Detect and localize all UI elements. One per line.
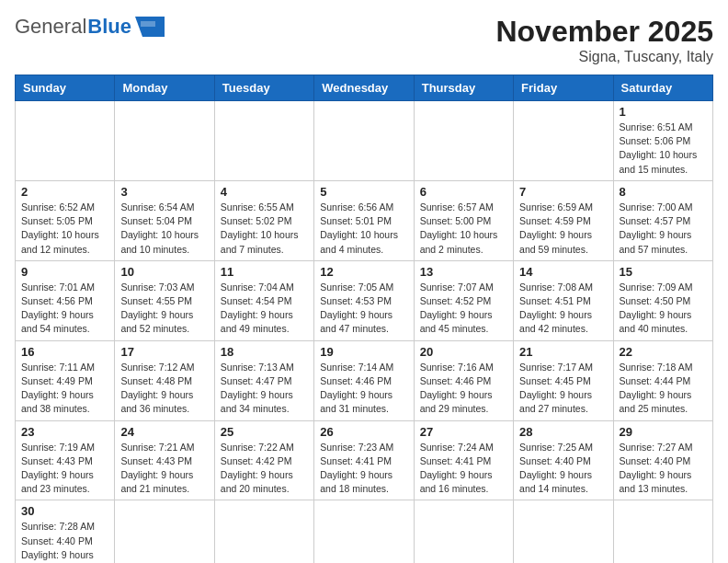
day-info: Sunrise: 6:59 AM Sunset: 4:59 PM Dayligh… [519, 201, 607, 257]
day-number: 8 [620, 185, 707, 199]
day-info: Sunrise: 7:13 AM Sunset: 4:47 PM Dayligh… [221, 361, 308, 417]
weekday-header: Thursday [414, 75, 513, 101]
calendar-cell [16, 101, 115, 181]
calendar-cell: 20Sunrise: 7:16 AM Sunset: 4:46 PM Dayli… [414, 340, 513, 420]
day-info: Sunrise: 7:24 AM Sunset: 4:41 PM Dayligh… [420, 441, 507, 497]
calendar-cell [214, 101, 313, 181]
logo: General Blue [15, 15, 165, 39]
day-number: 13 [420, 265, 507, 279]
day-number: 14 [519, 265, 607, 279]
calendar-table: SundayMondayTuesdayWednesdayThursdayFrid… [15, 75, 713, 563]
calendar-cell: 22Sunrise: 7:18 AM Sunset: 4:44 PM Dayli… [613, 340, 712, 420]
calendar-cell: 27Sunrise: 7:24 AM Sunset: 4:41 PM Dayli… [414, 420, 513, 500]
weekday-header: Saturday [613, 75, 712, 101]
calendar-week-row: 16Sunrise: 7:11 AM Sunset: 4:49 PM Dayli… [16, 340, 713, 420]
calendar-cell: 18Sunrise: 7:13 AM Sunset: 4:47 PM Dayli… [214, 340, 313, 420]
day-info: Sunrise: 7:01 AM Sunset: 4:56 PM Dayligh… [21, 281, 108, 337]
calendar-cell: 1Sunrise: 6:51 AM Sunset: 5:06 PM Daylig… [613, 101, 712, 181]
day-number: 25 [221, 425, 308, 439]
page-header: General Blue November 2025 Signa, Tuscan… [15, 15, 713, 65]
day-info: Sunrise: 7:18 AM Sunset: 4:44 PM Dayligh… [620, 361, 707, 417]
calendar-cell: 29Sunrise: 7:27 AM Sunset: 4:40 PM Dayli… [613, 420, 712, 500]
day-number: 2 [21, 185, 108, 199]
day-number: 9 [21, 265, 108, 279]
day-number: 17 [120, 345, 208, 359]
day-info: Sunrise: 7:28 AM Sunset: 4:40 PM Dayligh… [21, 520, 108, 563]
day-number: 30 [21, 504, 108, 518]
calendar-week-row: 30Sunrise: 7:28 AM Sunset: 4:40 PM Dayli… [16, 500, 713, 563]
day-number: 20 [420, 345, 507, 359]
calendar-cell: 15Sunrise: 7:09 AM Sunset: 4:50 PM Dayli… [613, 260, 712, 340]
calendar-cell: 26Sunrise: 7:23 AM Sunset: 4:41 PM Dayli… [314, 420, 414, 500]
calendar-cell: 14Sunrise: 7:08 AM Sunset: 4:51 PM Dayli… [514, 260, 613, 340]
calendar-cell [314, 101, 414, 181]
calendar-cell: 6Sunrise: 6:57 AM Sunset: 5:00 PM Daylig… [414, 180, 513, 260]
calendar-cell: 13Sunrise: 7:07 AM Sunset: 4:52 PM Dayli… [414, 260, 513, 340]
day-number: 6 [420, 185, 507, 199]
day-info: Sunrise: 7:11 AM Sunset: 4:49 PM Dayligh… [21, 361, 108, 417]
weekday-header: Sunday [16, 75, 115, 101]
calendar-week-row: 2Sunrise: 6:52 AM Sunset: 5:05 PM Daylig… [16, 180, 713, 260]
calendar-cell: 30Sunrise: 7:28 AM Sunset: 4:40 PM Dayli… [16, 500, 115, 563]
calendar-cell [115, 500, 214, 563]
calendar-cell: 9Sunrise: 7:01 AM Sunset: 4:56 PM Daylig… [16, 260, 115, 340]
day-info: Sunrise: 7:19 AM Sunset: 4:43 PM Dayligh… [21, 441, 108, 497]
calendar-cell [514, 500, 613, 563]
calendar-cell: 16Sunrise: 7:11 AM Sunset: 4:49 PM Dayli… [16, 340, 115, 420]
day-number: 21 [519, 345, 607, 359]
day-number: 27 [420, 425, 507, 439]
calendar-cell: 8Sunrise: 7:00 AM Sunset: 4:57 PM Daylig… [613, 180, 712, 260]
logo-general: General [15, 15, 86, 39]
calendar-cell: 5Sunrise: 6:56 AM Sunset: 5:01 PM Daylig… [314, 180, 414, 260]
day-info: Sunrise: 6:57 AM Sunset: 5:00 PM Dayligh… [420, 201, 507, 257]
calendar-cell [514, 101, 613, 181]
day-info: Sunrise: 7:23 AM Sunset: 4:41 PM Dayligh… [320, 441, 407, 497]
day-number: 4 [221, 185, 308, 199]
day-info: Sunrise: 7:00 AM Sunset: 4:57 PM Dayligh… [620, 201, 707, 257]
day-info: Sunrise: 7:04 AM Sunset: 4:54 PM Dayligh… [221, 281, 308, 337]
title-block: November 2025 Signa, Tuscany, Italy [495, 15, 713, 65]
calendar-cell: 3Sunrise: 6:54 AM Sunset: 5:04 PM Daylig… [115, 180, 214, 260]
svg-marker-1 [141, 21, 155, 27]
calendar-cell: 2Sunrise: 6:52 AM Sunset: 5:05 PM Daylig… [16, 180, 115, 260]
day-info: Sunrise: 7:21 AM Sunset: 4:43 PM Dayligh… [120, 441, 208, 497]
day-info: Sunrise: 7:09 AM Sunset: 4:50 PM Dayligh… [620, 281, 707, 337]
day-info: Sunrise: 7:05 AM Sunset: 4:53 PM Dayligh… [320, 281, 407, 337]
calendar-cell [314, 500, 414, 563]
calendar-cell [613, 500, 712, 563]
day-number: 28 [519, 425, 607, 439]
calendar-cell: 24Sunrise: 7:21 AM Sunset: 4:43 PM Dayli… [115, 420, 214, 500]
day-number: 29 [620, 425, 707, 439]
day-info: Sunrise: 6:56 AM Sunset: 5:01 PM Dayligh… [320, 201, 407, 257]
day-info: Sunrise: 6:54 AM Sunset: 5:04 PM Dayligh… [120, 201, 208, 257]
day-number: 5 [320, 185, 407, 199]
calendar-cell: 19Sunrise: 7:14 AM Sunset: 4:46 PM Dayli… [314, 340, 414, 420]
logo-icon [135, 17, 165, 37]
calendar-cell: 7Sunrise: 6:59 AM Sunset: 4:59 PM Daylig… [514, 180, 613, 260]
calendar-cell: 10Sunrise: 7:03 AM Sunset: 4:55 PM Dayli… [115, 260, 214, 340]
day-info: Sunrise: 7:25 AM Sunset: 4:40 PM Dayligh… [519, 441, 607, 497]
calendar-cell: 28Sunrise: 7:25 AM Sunset: 4:40 PM Dayli… [514, 420, 613, 500]
day-info: Sunrise: 7:12 AM Sunset: 4:48 PM Dayligh… [120, 361, 208, 417]
calendar-header-row: SundayMondayTuesdayWednesdayThursdayFrid… [16, 75, 713, 101]
day-info: Sunrise: 7:03 AM Sunset: 4:55 PM Dayligh… [120, 281, 208, 337]
day-number: 12 [320, 265, 407, 279]
page-title: November 2025 [495, 15, 713, 49]
calendar-cell [214, 500, 313, 563]
day-number: 7 [519, 185, 607, 199]
day-info: Sunrise: 6:51 AM Sunset: 5:06 PM Dayligh… [620, 121, 707, 177]
calendar-week-row: 23Sunrise: 7:19 AM Sunset: 4:43 PM Dayli… [16, 420, 713, 500]
day-info: Sunrise: 7:22 AM Sunset: 4:42 PM Dayligh… [221, 441, 308, 497]
calendar-cell: 25Sunrise: 7:22 AM Sunset: 4:42 PM Dayli… [214, 420, 313, 500]
calendar-cell [414, 101, 513, 181]
day-number: 15 [620, 265, 707, 279]
day-number: 19 [320, 345, 407, 359]
calendar-cell: 12Sunrise: 7:05 AM Sunset: 4:53 PM Dayli… [314, 260, 414, 340]
calendar-cell: 17Sunrise: 7:12 AM Sunset: 4:48 PM Dayli… [115, 340, 214, 420]
day-info: Sunrise: 6:52 AM Sunset: 5:05 PM Dayligh… [21, 201, 108, 257]
calendar-cell [414, 500, 513, 563]
day-number: 26 [320, 425, 407, 439]
calendar-week-row: 9Sunrise: 7:01 AM Sunset: 4:56 PM Daylig… [16, 260, 713, 340]
weekday-header: Wednesday [314, 75, 414, 101]
day-info: Sunrise: 7:08 AM Sunset: 4:51 PM Dayligh… [519, 281, 607, 337]
